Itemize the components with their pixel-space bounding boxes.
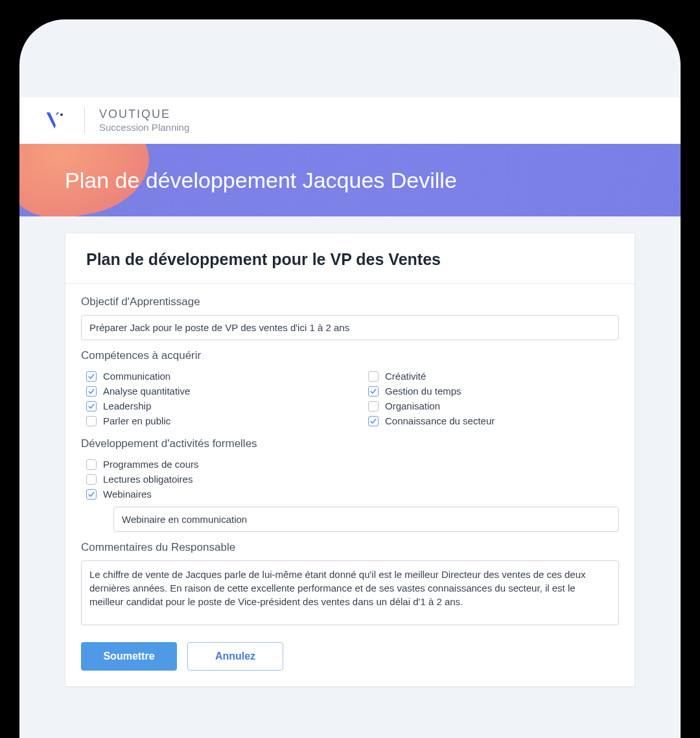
device-frame: VOUTIQUE Succession Planning Plan de dév…	[19, 19, 681, 738]
skills-column-2: CréativitéGestion du tempsOrganisationCo…	[363, 369, 619, 428]
skills-label: Compétences à acquérir	[81, 349, 619, 362]
skill-row: Parler en public	[86, 413, 337, 428]
skill-checkbox[interactable]	[86, 401, 97, 411]
skill-label: Parler en public	[103, 415, 170, 426]
activities-label: Développement d'activités formelles	[81, 437, 619, 450]
skill-row: Créativité	[368, 369, 619, 384]
skill-label: Leadership	[103, 400, 151, 411]
skill-row: Analyse quantitative	[86, 384, 337, 398]
skill-label: Organisation	[385, 400, 440, 411]
skill-label: Créativité	[385, 371, 426, 382]
form-card: Plan de développement pour le VP des Ven…	[65, 233, 635, 687]
skill-label: Gestion du temps	[385, 386, 461, 397]
activity-checkbox[interactable]	[86, 489, 97, 500]
skill-checkbox[interactable]	[86, 386, 97, 397]
card-body: Objectif d'Apprentissage Compétences à a…	[65, 284, 635, 686]
objective-input[interactable]	[81, 315, 619, 340]
activity-checkbox[interactable]	[86, 459, 97, 470]
skills-column-1: CommunicationAnalyse quantitativeLeaders…	[81, 369, 337, 428]
divider	[84, 108, 85, 133]
skill-checkbox[interactable]	[368, 371, 379, 382]
app-shell: VOUTIQUE Succession Planning Plan de dév…	[19, 19, 681, 687]
activity-label: Lectures obligatoires	[103, 474, 192, 485]
brand-logo-icon	[44, 109, 67, 132]
cancel-button[interactable]: Annulez	[187, 642, 283, 671]
skill-label: Analyse quantitative	[103, 386, 190, 397]
card-title: Plan de développement pour le VP des Ven…	[65, 233, 635, 284]
skill-label: Communication	[103, 371, 170, 382]
page-title: Plan de développement Jacques Deville	[65, 168, 457, 193]
skill-checkbox[interactable]	[86, 371, 97, 382]
skill-row: Communication	[86, 369, 337, 384]
hero-banner: Plan de développement Jacques Deville	[19, 144, 681, 216]
svg-point-0	[60, 113, 63, 116]
comments-label: Commentaires du Responsable	[81, 541, 619, 554]
skill-checkbox[interactable]	[368, 386, 379, 397]
skill-row: Gestion du temps	[368, 384, 619, 398]
skill-row: Leadership	[86, 398, 337, 413]
skill-row: Connaissance du secteur	[368, 413, 619, 428]
brand-text: VOUTIQUE Succession Planning	[99, 108, 189, 133]
activity-detail-input[interactable]	[113, 507, 619, 532]
skill-checkbox[interactable]	[368, 416, 379, 426]
skills-grid: CommunicationAnalyse quantitativeLeaders…	[81, 369, 619, 428]
skill-checkbox[interactable]	[368, 401, 379, 411]
objective-label: Objectif d'Apprentissage	[81, 295, 619, 308]
submit-button[interactable]: Soumettre	[81, 642, 177, 671]
button-row: Soumettre Annulez	[81, 642, 619, 671]
brand-name: VOUTIQUE	[99, 108, 189, 122]
activity-label: Programmes de cours	[103, 459, 199, 470]
activity-row: Programmes de cours	[86, 457, 619, 472]
activity-label: Webinaires	[103, 489, 152, 500]
skill-checkbox[interactable]	[86, 416, 97, 426]
skill-label: Connaissance du secteur	[385, 415, 495, 426]
skill-row: Organisation	[368, 398, 619, 413]
top-bar: VOUTIQUE Succession Planning	[19, 97, 681, 144]
brand-subtitle: Succession Planning	[99, 122, 189, 133]
activity-row: Lectures obligatoires	[86, 472, 619, 487]
activities-list: Programmes de coursLectures obligatoires…	[81, 457, 619, 502]
activity-checkbox[interactable]	[86, 474, 97, 485]
activity-row: Webinaires	[86, 487, 619, 502]
comments-textarea[interactable]	[81, 560, 619, 625]
